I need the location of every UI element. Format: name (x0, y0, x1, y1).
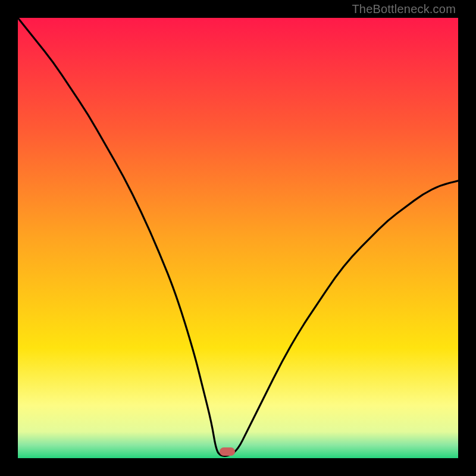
plot-area (18, 18, 458, 458)
chart-frame: TheBottleneck.com (0, 0, 476, 476)
bottleneck-curve (18, 18, 458, 458)
watermark-text: TheBottleneck.com (352, 2, 456, 16)
optimal-marker (220, 447, 235, 456)
